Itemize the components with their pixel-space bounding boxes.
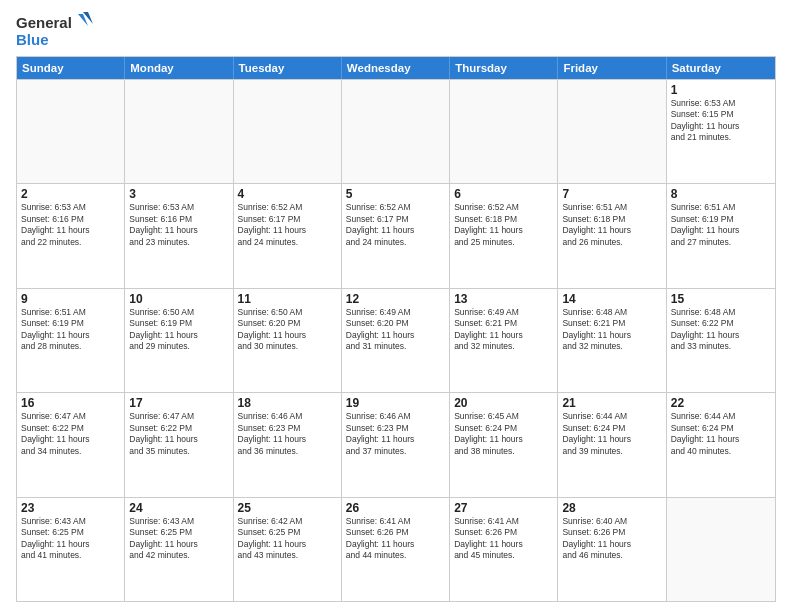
calendar-row-4: 23Sunrise: 6:43 AM Sunset: 6:25 PM Dayli…: [17, 497, 775, 601]
calendar-row-0: 1Sunrise: 6:53 AM Sunset: 6:15 PM Daylig…: [17, 79, 775, 183]
calendar-row-3: 16Sunrise: 6:47 AM Sunset: 6:22 PM Dayli…: [17, 392, 775, 496]
day-number: 5: [346, 187, 445, 201]
day-number: 1: [671, 83, 771, 97]
day-info: Sunrise: 6:49 AM Sunset: 6:20 PM Dayligh…: [346, 307, 445, 353]
day-28: 28Sunrise: 6:40 AM Sunset: 6:26 PM Dayli…: [558, 498, 666, 601]
day-info: Sunrise: 6:43 AM Sunset: 6:25 PM Dayligh…: [129, 516, 228, 562]
day-7: 7Sunrise: 6:51 AM Sunset: 6:18 PM Daylig…: [558, 184, 666, 287]
header-thursday: Thursday: [450, 57, 558, 79]
day-info: Sunrise: 6:41 AM Sunset: 6:26 PM Dayligh…: [346, 516, 445, 562]
day-info: Sunrise: 6:53 AM Sunset: 6:15 PM Dayligh…: [671, 98, 771, 144]
day-number: 23: [21, 501, 120, 515]
day-info: Sunrise: 6:44 AM Sunset: 6:24 PM Dayligh…: [562, 411, 661, 457]
day-number: 19: [346, 396, 445, 410]
day-2: 2Sunrise: 6:53 AM Sunset: 6:16 PM Daylig…: [17, 184, 125, 287]
day-10: 10Sunrise: 6:50 AM Sunset: 6:19 PM Dayli…: [125, 289, 233, 392]
day-number: 21: [562, 396, 661, 410]
day-number: 12: [346, 292, 445, 306]
day-12: 12Sunrise: 6:49 AM Sunset: 6:20 PM Dayli…: [342, 289, 450, 392]
day-6: 6Sunrise: 6:52 AM Sunset: 6:18 PM Daylig…: [450, 184, 558, 287]
day-17: 17Sunrise: 6:47 AM Sunset: 6:22 PM Dayli…: [125, 393, 233, 496]
header-tuesday: Tuesday: [234, 57, 342, 79]
day-5: 5Sunrise: 6:52 AM Sunset: 6:17 PM Daylig…: [342, 184, 450, 287]
day-number: 10: [129, 292, 228, 306]
day-26: 26Sunrise: 6:41 AM Sunset: 6:26 PM Dayli…: [342, 498, 450, 601]
day-number: 14: [562, 292, 661, 306]
day-number: 13: [454, 292, 553, 306]
empty-cell-0-2: [234, 80, 342, 183]
day-8: 8Sunrise: 6:51 AM Sunset: 6:19 PM Daylig…: [667, 184, 775, 287]
day-info: Sunrise: 6:53 AM Sunset: 6:16 PM Dayligh…: [21, 202, 120, 248]
day-info: Sunrise: 6:47 AM Sunset: 6:22 PM Dayligh…: [129, 411, 228, 457]
empty-cell-0-4: [450, 80, 558, 183]
day-22: 22Sunrise: 6:44 AM Sunset: 6:24 PM Dayli…: [667, 393, 775, 496]
day-info: Sunrise: 6:52 AM Sunset: 6:18 PM Dayligh…: [454, 202, 553, 248]
day-info: Sunrise: 6:43 AM Sunset: 6:25 PM Dayligh…: [21, 516, 120, 562]
day-23: 23Sunrise: 6:43 AM Sunset: 6:25 PM Dayli…: [17, 498, 125, 601]
header-monday: Monday: [125, 57, 233, 79]
day-number: 20: [454, 396, 553, 410]
day-number: 27: [454, 501, 553, 515]
empty-cell-0-0: [17, 80, 125, 183]
day-11: 11Sunrise: 6:50 AM Sunset: 6:20 PM Dayli…: [234, 289, 342, 392]
empty-cell-0-3: [342, 80, 450, 183]
day-info: Sunrise: 6:48 AM Sunset: 6:21 PM Dayligh…: [562, 307, 661, 353]
day-16: 16Sunrise: 6:47 AM Sunset: 6:22 PM Dayli…: [17, 393, 125, 496]
day-info: Sunrise: 6:44 AM Sunset: 6:24 PM Dayligh…: [671, 411, 771, 457]
day-info: Sunrise: 6:51 AM Sunset: 6:19 PM Dayligh…: [671, 202, 771, 248]
day-number: 28: [562, 501, 661, 515]
day-info: Sunrise: 6:45 AM Sunset: 6:24 PM Dayligh…: [454, 411, 553, 457]
svg-text:Blue: Blue: [16, 31, 49, 48]
day-20: 20Sunrise: 6:45 AM Sunset: 6:24 PM Dayli…: [450, 393, 558, 496]
day-number: 9: [21, 292, 120, 306]
header: GeneralBlue: [16, 12, 776, 50]
calendar-row-2: 9Sunrise: 6:51 AM Sunset: 6:19 PM Daylig…: [17, 288, 775, 392]
day-info: Sunrise: 6:48 AM Sunset: 6:22 PM Dayligh…: [671, 307, 771, 353]
day-number: 6: [454, 187, 553, 201]
day-1: 1Sunrise: 6:53 AM Sunset: 6:15 PM Daylig…: [667, 80, 775, 183]
calendar-row-1: 2Sunrise: 6:53 AM Sunset: 6:16 PM Daylig…: [17, 183, 775, 287]
day-info: Sunrise: 6:41 AM Sunset: 6:26 PM Dayligh…: [454, 516, 553, 562]
day-info: Sunrise: 6:52 AM Sunset: 6:17 PM Dayligh…: [346, 202, 445, 248]
header-sunday: Sunday: [17, 57, 125, 79]
day-info: Sunrise: 6:50 AM Sunset: 6:20 PM Dayligh…: [238, 307, 337, 353]
day-info: Sunrise: 6:50 AM Sunset: 6:19 PM Dayligh…: [129, 307, 228, 353]
day-number: 18: [238, 396, 337, 410]
day-25: 25Sunrise: 6:42 AM Sunset: 6:25 PM Dayli…: [234, 498, 342, 601]
day-info: Sunrise: 6:47 AM Sunset: 6:22 PM Dayligh…: [21, 411, 120, 457]
day-number: 11: [238, 292, 337, 306]
day-14: 14Sunrise: 6:48 AM Sunset: 6:21 PM Dayli…: [558, 289, 666, 392]
day-info: Sunrise: 6:51 AM Sunset: 6:18 PM Dayligh…: [562, 202, 661, 248]
svg-text:General: General: [16, 14, 72, 31]
day-info: Sunrise: 6:53 AM Sunset: 6:16 PM Dayligh…: [129, 202, 228, 248]
day-number: 16: [21, 396, 120, 410]
day-info: Sunrise: 6:42 AM Sunset: 6:25 PM Dayligh…: [238, 516, 337, 562]
day-15: 15Sunrise: 6:48 AM Sunset: 6:22 PM Dayli…: [667, 289, 775, 392]
page: GeneralBlue SundayMondayTuesdayWednesday…: [0, 0, 792, 612]
header-saturday: Saturday: [667, 57, 775, 79]
day-number: 2: [21, 187, 120, 201]
header-wednesday: Wednesday: [342, 57, 450, 79]
calendar-body: 1Sunrise: 6:53 AM Sunset: 6:15 PM Daylig…: [17, 79, 775, 601]
day-number: 7: [562, 187, 661, 201]
day-4: 4Sunrise: 6:52 AM Sunset: 6:17 PM Daylig…: [234, 184, 342, 287]
day-number: 15: [671, 292, 771, 306]
day-9: 9Sunrise: 6:51 AM Sunset: 6:19 PM Daylig…: [17, 289, 125, 392]
header-friday: Friday: [558, 57, 666, 79]
logo: GeneralBlue: [16, 12, 96, 50]
day-info: Sunrise: 6:46 AM Sunset: 6:23 PM Dayligh…: [238, 411, 337, 457]
day-21: 21Sunrise: 6:44 AM Sunset: 6:24 PM Dayli…: [558, 393, 666, 496]
day-24: 24Sunrise: 6:43 AM Sunset: 6:25 PM Dayli…: [125, 498, 233, 601]
calendar-header: SundayMondayTuesdayWednesdayThursdayFrid…: [17, 57, 775, 79]
day-number: 24: [129, 501, 228, 515]
day-number: 8: [671, 187, 771, 201]
day-number: 3: [129, 187, 228, 201]
empty-cell-0-1: [125, 80, 233, 183]
day-info: Sunrise: 6:52 AM Sunset: 6:17 PM Dayligh…: [238, 202, 337, 248]
day-19: 19Sunrise: 6:46 AM Sunset: 6:23 PM Dayli…: [342, 393, 450, 496]
day-13: 13Sunrise: 6:49 AM Sunset: 6:21 PM Dayli…: [450, 289, 558, 392]
day-number: 25: [238, 501, 337, 515]
day-info: Sunrise: 6:51 AM Sunset: 6:19 PM Dayligh…: [21, 307, 120, 353]
day-info: Sunrise: 6:40 AM Sunset: 6:26 PM Dayligh…: [562, 516, 661, 562]
day-3: 3Sunrise: 6:53 AM Sunset: 6:16 PM Daylig…: [125, 184, 233, 287]
